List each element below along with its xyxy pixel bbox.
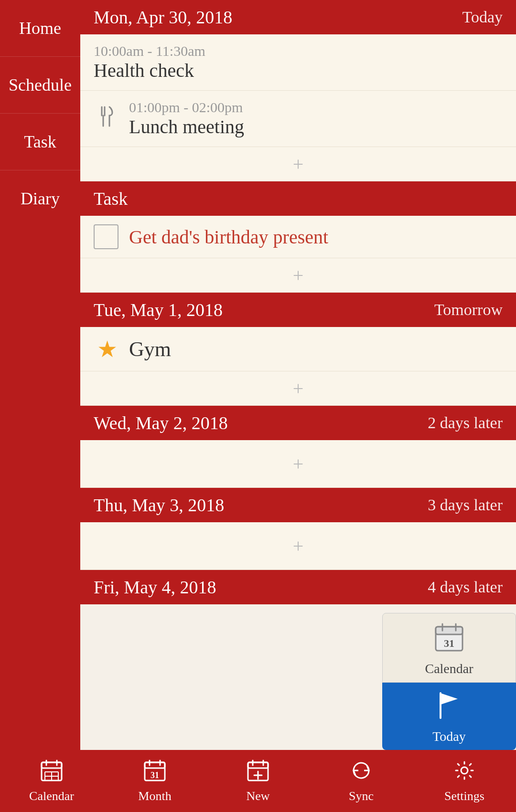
sidebar-item-diary[interactable]: Diary <box>0 170 80 227</box>
star-icon: ★ <box>94 336 120 362</box>
day-header-date-3: Thu, May 3, 2018 <box>94 495 224 516</box>
add-task-day0[interactable]: + <box>80 258 516 293</box>
event-text-lunch-meeting: 01:00pm - 02:00pm Lunch meeting <box>129 99 503 138</box>
popup-container: 31 Calendar Today <box>382 613 516 750</box>
toolbar-month-icon: 31 <box>143 759 166 787</box>
bottom-toolbar: Calendar 31 Month New <box>0 750 516 812</box>
sidebar-schedule-label: Schedule <box>9 75 72 95</box>
event-title-lunch-meeting: Lunch meeting <box>129 116 503 138</box>
svg-marker-9 <box>441 693 458 705</box>
task-section-header: Task <box>80 181 516 216</box>
task-checkbox-birthday[interactable] <box>94 224 118 249</box>
day-header-date-1: Tue, May 1, 2018 <box>94 299 223 320</box>
add-symbol-day2: + <box>293 453 304 475</box>
sidebar: Home Schedule Task Diary <box>0 0 80 812</box>
event-text-health-check: 10:00am - 11:30am Health check <box>94 43 503 82</box>
event-gym[interactable]: ★ Gym <box>80 327 516 371</box>
day-header-date-2: Wed, May 2, 2018 <box>94 412 228 433</box>
day-header-label-2: 2 days later <box>428 414 503 432</box>
sidebar-task-label: Task <box>24 132 56 151</box>
sidebar-item-schedule[interactable]: Schedule <box>0 57 80 114</box>
popup-today[interactable]: Today <box>382 683 516 750</box>
toolbar-month-label: Month <box>138 789 171 803</box>
popup-calendar[interactable]: 31 Calendar <box>382 613 516 683</box>
add-event-day3[interactable]: + <box>80 522 516 570</box>
svg-text:31: 31 <box>150 770 159 780</box>
toolbar-item-calendar[interactable]: Calendar <box>0 759 103 803</box>
add-symbol-task-day0: + <box>293 264 304 286</box>
event-text-gym: Gym <box>129 337 503 361</box>
toolbar-sync-icon <box>350 759 373 787</box>
event-lunch-meeting[interactable]: 01:00pm - 02:00pm Lunch meeting <box>80 91 516 147</box>
utensils-icon <box>94 105 120 132</box>
svg-text:31: 31 <box>444 637 454 649</box>
day-header-label-3: 3 days later <box>428 496 503 514</box>
toolbar-settings-label: Settings <box>444 789 484 803</box>
day-header-0: Mon, Apr 30, 2018 Today <box>80 0 516 34</box>
sidebar-home-label: Home <box>19 19 61 38</box>
add-symbol-day3: + <box>293 535 304 557</box>
popup-today-icon <box>436 691 462 726</box>
toolbar-item-new[interactable]: New <box>206 759 310 803</box>
sidebar-item-home[interactable]: Home <box>0 0 80 57</box>
svg-rect-4 <box>436 627 462 634</box>
toolbar-sync-label: Sync <box>349 789 374 803</box>
event-time-lunch-meeting: 01:00pm - 02:00pm <box>129 99 503 116</box>
popup-calendar-icon: 31 <box>434 622 464 658</box>
add-event-day2[interactable]: + <box>80 440 516 488</box>
toolbar-item-sync[interactable]: Sync <box>310 759 413 803</box>
add-symbol-day1: + <box>293 377 304 400</box>
task-title-birthday: Get dad's birthday present <box>129 226 328 248</box>
toolbar-calendar-label: Calendar <box>29 789 74 803</box>
day-header-label-4: 4 days later <box>428 578 503 596</box>
toolbar-settings-icon <box>453 759 476 787</box>
event-title-health-check: Health check <box>94 59 503 82</box>
event-time-health-check: 10:00am - 11:30am <box>94 43 503 59</box>
add-event-day0[interactable]: + <box>80 147 516 181</box>
add-symbol-day0: + <box>293 153 304 175</box>
day-header-3: Thu, May 3, 2018 3 days later <box>80 488 516 522</box>
sidebar-item-task[interactable]: Task <box>0 114 80 170</box>
day-header-1: Tue, May 1, 2018 Tomorrow <box>80 293 516 327</box>
toolbar-new-label: New <box>246 789 269 803</box>
svg-rect-25 <box>248 762 268 768</box>
toolbar-item-settings[interactable]: Settings <box>413 759 516 803</box>
svg-rect-20 <box>145 762 165 768</box>
day-header-2: Wed, May 2, 2018 2 days later <box>80 406 516 440</box>
day-header-label-0: Today <box>462 8 503 26</box>
day-header-4: Fri, May 4, 2018 4 days later <box>80 570 516 604</box>
svg-point-30 <box>461 767 468 774</box>
event-health-check[interactable]: 10:00am - 11:30am Health check <box>80 34 516 91</box>
popup-today-label: Today <box>432 729 466 744</box>
day-header-label-1: Tomorrow <box>434 301 503 319</box>
add-event-day1[interactable]: + <box>80 371 516 406</box>
task-birthday-present[interactable]: Get dad's birthday present <box>80 216 516 258</box>
toolbar-calendar-icon <box>40 759 63 787</box>
popup-calendar-label: Calendar <box>425 661 473 676</box>
sidebar-diary-label: Diary <box>21 189 60 208</box>
toolbar-item-month[interactable]: 31 Month <box>103 759 206 803</box>
task-section-label: Task <box>94 189 128 209</box>
day-header-date-0: Mon, Apr 30, 2018 <box>94 7 232 28</box>
event-title-gym: Gym <box>129 337 503 361</box>
svg-rect-11 <box>42 762 62 768</box>
day-header-date-4: Fri, May 4, 2018 <box>94 577 216 598</box>
toolbar-new-icon <box>247 759 269 787</box>
